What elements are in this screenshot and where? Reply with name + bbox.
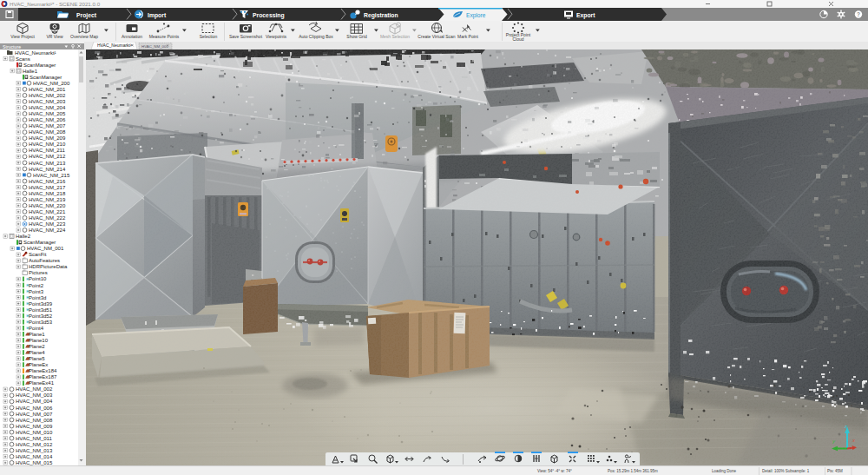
svg-text:Mesh Selection: Mesh Selection [380, 34, 410, 39]
svg-text:ScanFit: ScanFit [29, 252, 47, 257]
svg-text:Point3d52: Point3d52 [29, 313, 53, 319]
svg-text:PlaneEx184: PlaneEx184 [29, 368, 57, 373]
svg-text:HVAC_NM_219: HVAC_NM_219 [29, 197, 66, 202]
svg-text:HVAC_NM_203: HVAC_NM_203 [29, 99, 66, 104]
svg-text:HVAC_NM_212: HVAC_NM_212 [29, 154, 66, 159]
svg-text:Point2: Point2 [29, 283, 44, 288]
svg-text:Pictures: Pictures [29, 270, 48, 275]
svg-text:HVAC_NM_010: HVAC_NM_010 [16, 430, 53, 435]
svg-text:Structure: Structure [3, 44, 21, 49]
svg-text:HVAC_NM_208: HVAC_NM_208 [29, 129, 66, 135]
svg-text:Explore: Explore [466, 12, 486, 19]
svg-text:Plane1: Plane1 [29, 332, 45, 337]
svg-text:HVAC_NM_222: HVAC_NM_222 [29, 215, 66, 221]
svg-text:Overview Map: Overview Map [70, 34, 98, 39]
svg-text:HVAC_NM_217: HVAC_NM_217 [29, 185, 66, 190]
svg-text:Mark Point: Mark Point [457, 34, 479, 39]
svg-text:PlaneEx: PlaneEx [29, 362, 48, 367]
svg-text:VR View: VR View [46, 34, 62, 39]
svg-text:PlaneEx41: PlaneEx41 [29, 380, 55, 386]
svg-text:Plane10: Plane10 [29, 338, 49, 343]
svg-text:Import: Import [148, 12, 167, 19]
svg-text:Plane5: Plane5 [29, 356, 45, 361]
svg-text:Registration: Registration [364, 12, 398, 19]
svg-text:HVAC_NM_205: HVAC_NM_205 [29, 111, 66, 116]
svg-text:View: 54° -4° w: 74°: View: 54° -4° w: 74° [537, 469, 572, 473]
svg-text:Project: Project [76, 12, 97, 19]
svg-text:HVAC_NM_001: HVAC_NM_001 [141, 44, 168, 49]
svg-text:HVAC_NM_224: HVAC_NM_224 [29, 228, 66, 233]
svg-text:HVAC_Neumarkt¹: HVAC_Neumarkt¹ [15, 50, 56, 56]
svg-text:Plane2: Plane2 [29, 344, 45, 349]
svg-text:HVAC_NM_011: HVAC_NM_011 [16, 436, 52, 441]
svg-text:Detail: 100% Subsample: 1: Detail: 100% Subsample: 1 [762, 469, 810, 473]
svg-text:HVAC_NM_201: HVAC_NM_201 [29, 87, 66, 92]
svg-text:Selection: Selection [200, 34, 218, 39]
svg-text:HVAC_NM_014: HVAC_NM_014 [16, 454, 53, 459]
svg-text:HVAC_NM_223: HVAC_NM_223 [29, 221, 66, 227]
svg-text:HVAC_NM_004: HVAC_NM_004 [16, 399, 53, 404]
svg-text:HVAC_NM_012: HVAC_NM_012 [16, 442, 53, 447]
svg-text:HVAC_NM_218: HVAC_NM_218 [29, 191, 66, 196]
svg-text:Create Virtual Scan: Create Virtual Scan [418, 34, 455, 39]
svg-text:View Project: View Project [10, 34, 35, 39]
svg-text:Export: Export [576, 12, 595, 19]
svg-text:PlaneEx187: PlaneEx187 [29, 374, 57, 379]
svg-text:Halle2: Halle2 [16, 234, 31, 239]
svg-text:Point3d51: Point3d51 [29, 307, 53, 313]
svg-text:Viewpoints: Viewpoints [266, 34, 287, 39]
svg-text:HVAC_NM_200: HVAC_NM_200 [33, 81, 70, 86]
svg-text:Measure Points: Measure Points [149, 34, 180, 39]
svg-text:Auto Clipping Box: Auto Clipping Box [299, 34, 333, 39]
svg-text:HVAC_NM_209: HVAC_NM_209 [29, 135, 66, 141]
svg-text:HVAC_NM_220: HVAC_NM_220 [29, 203, 66, 208]
svg-text:HVAC_NM_204: HVAC_NM_204 [29, 105, 66, 110]
svg-text:HVAC_NM_009: HVAC_NM_009 [16, 424, 53, 429]
svg-text:HVAC_NM_207: HVAC_NM_207 [29, 123, 66, 129]
svg-text:ScanManager: ScanManager [23, 63, 56, 68]
svg-text:Scans: Scans [16, 56, 30, 62]
svg-text:HVAC_NM_006: HVAC_NM_006 [16, 406, 53, 411]
svg-text:HVAC_NM_013: HVAC_NM_013 [16, 448, 53, 453]
svg-text:Save Screenshot: Save Screenshot [229, 34, 263, 39]
svg-text:HVAC_NM_001: HVAC_NM_001 [27, 246, 64, 251]
svg-text:HDRPictureData: HDRPictureData [29, 264, 68, 269]
svg-text:?: ? [857, 11, 860, 17]
svg-text:HVAC_NM_003: HVAC_NM_003 [16, 393, 53, 398]
svg-text:HVAC_NM_221: HVAC_NM_221 [29, 209, 66, 214]
svg-text:HVAC_NM_215: HVAC_NM_215 [33, 173, 70, 178]
svg-text:HVAC_NM_216: HVAC_NM_216 [29, 179, 66, 184]
svg-text:Processing: Processing [253, 12, 285, 19]
svg-text:HVAC_Neumarkt¹* - SCENE 2021.0: HVAC_Neumarkt¹* - SCENE 2021.0.0 [10, 1, 101, 7]
svg-text:HVAC_NM_008: HVAC_NM_008 [16, 418, 53, 423]
svg-text:HVAC_NM_213: HVAC_NM_213 [29, 161, 66, 166]
svg-text:Halle1: Halle1 [23, 69, 38, 74]
svg-text:Pos: 15.29m 1.54m 361.95m: Pos: 15.29m 1.54m 361.95m [608, 469, 658, 473]
svg-text:Point10: Point10 [29, 276, 47, 281]
svg-text:Point3d: Point3d [29, 295, 46, 300]
svg-text:HVAC_NM_002: HVAC_NM_002 [16, 386, 53, 392]
svg-text:Point3d39: Point3d39 [29, 301, 53, 307]
svg-text:HVAC_NM_211: HVAC_NM_211 [29, 148, 65, 153]
svg-text:HVAC_NM_206: HVAC_NM_206 [29, 117, 66, 122]
svg-text:ScanManager: ScanManager [23, 240, 56, 245]
svg-text:AutoFeatures: AutoFeatures [29, 258, 60, 263]
svg-text:Plane4: Plane4 [29, 350, 45, 355]
svg-text:HVAC_NM_214: HVAC_NM_214 [29, 167, 66, 172]
svg-text:Point3d53: Point3d53 [29, 320, 53, 325]
svg-text:HVAC_Neumarkt¹: HVAC_Neumarkt¹ [97, 43, 132, 48]
svg-text:HVAC_NM_202: HVAC_NM_202 [29, 93, 66, 98]
svg-text:Annotation: Annotation [122, 34, 142, 39]
svg-text:HVAC_NM_210: HVAC_NM_210 [29, 142, 66, 147]
svg-text:Loading Done: Loading Done [712, 469, 737, 473]
svg-text:ScanManager: ScanManager [30, 75, 62, 80]
svg-text:Point3: Point3 [29, 289, 44, 294]
svg-text:Show Grid: Show Grid [346, 34, 367, 39]
svg-text:HVAC_NM_007: HVAC_NM_007 [16, 412, 53, 417]
svg-text:Pts: 45M: Pts: 45M [827, 469, 843, 473]
svg-text:Point4: Point4 [29, 326, 44, 331]
